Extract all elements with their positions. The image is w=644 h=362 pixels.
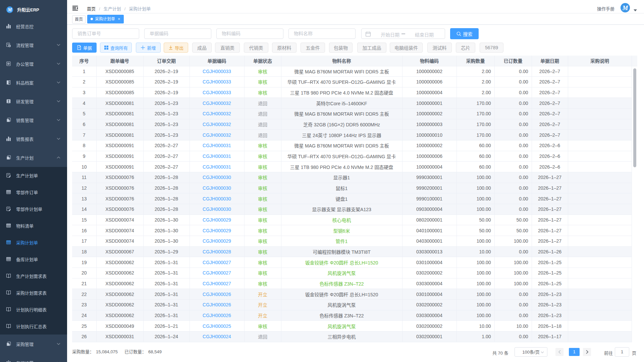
svg-text:M: M [622, 4, 629, 11]
svg-text:M: M [7, 7, 12, 12]
